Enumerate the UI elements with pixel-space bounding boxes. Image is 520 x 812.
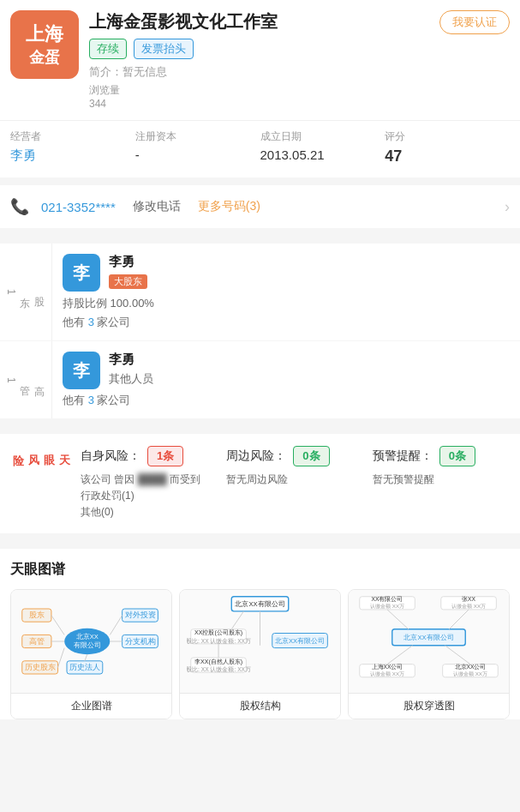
logo-text-line2: 金蛋 [29,47,60,68]
browse-count-row: 浏览量 344 [89,83,510,110]
warn-risk-col: 预警提醒： 0条 暂无预警提醒 [373,446,510,488]
renzhi-button[interactable]: 我要认证 [439,10,510,34]
label-gudong: 股东 [29,611,45,619]
shareholder-side-tag: 股东1 [0,244,52,340]
divider-2 [0,418,520,427]
graph-card-footer-1[interactable]: 企业图谱 [11,693,171,719]
pen-top-left-label-1: XX有限公司 [372,595,403,601]
pen-line-3 [387,645,412,664]
intro-label: 简介： [89,65,123,78]
capital-label: 注册资本 [135,129,176,144]
company-logo: 上海 金蛋 [10,10,79,79]
risk-section: 天眼风险 自身风险： 1条 该公司 曾因 ████ 而受到 行政处罚(1) 其他… [0,434,520,533]
label-lishi: 历史股东 [25,663,56,671]
score-col: 评分 47 [385,129,510,165]
label-lishifaren: 历史法人 [69,663,100,671]
badge-row: 存续 发票抬头 [89,39,510,59]
label-fenzhi: 分支机构 [125,636,156,645]
divider-1 [0,228,520,237]
chevron-right-icon: › [505,198,510,216]
score-label: 评分 [385,129,405,144]
neighbor-risk-detail: 暂无周边风险 [226,472,363,488]
label-gaoguan: 高管 [29,636,45,645]
line-6 [85,654,87,661]
neighbor-risk-count: 0条 [293,446,329,466]
pen-bot-right-label-2: 认缴金额 XX万 [453,670,487,676]
meta-row: 经营者 李勇 注册资本 - 成立日期 2013.05.21 评分 47 [0,120,520,177]
self-risk-count: 1条 [147,446,183,466]
self-detail-2: 而受到 [170,473,200,485]
pen-bot-left-label-1: 上海XX公司 [372,664,403,670]
manager-header: 李 李勇 其他人员 [63,352,510,389]
equity-graph-svg: 北京XX有限公司 XX控股(公司股东) 股比: XX 认缴金额: XX万 北京X… [187,592,333,690]
line-4 [110,615,122,635]
date-col: 成立日期 2013.05.21 [260,129,386,165]
manager-label: 高管1 [5,377,46,383]
tianyan-label: 天眼风险 [10,446,72,448]
shareholder-company-suffix: 家公司 [97,316,130,328]
intro-value: 暂无信息 [123,65,167,78]
shareholder-header: 李 李勇 大股东 [63,254,510,292]
neighbor-risk-label: 周边风险： [226,448,286,464]
tianyan-text: 天眼风险 [10,446,72,448]
manager-avatar[interactable]: 李 [63,352,100,389]
center-label-1: 北京XX [76,633,99,641]
pen-center-label: 北京XX有限公司 [403,634,453,641]
risk-cols: 自身风险： 1条 该公司 曾因 ████ 而受到 行政处罚(1) 其他(0) 周… [81,446,510,521]
self-risk-header: 自身风险： 1条 [81,446,218,466]
graph-card-inner-3: XX有限公司 认缴金额 XX万 张XX 认缴金额 XX万 北京XX有限公司 上海… [349,590,509,693]
phone-more-button[interactable]: 更多号码(3) [198,199,260,214]
company-header: 上海 金蛋 上海金蛋影视文化工作室 存续 发票抬头 简介：暂无信息 浏览量 34… [0,0,520,120]
enterprise-graph-svg: 北京XX 有限公司 股东 高管 历史股东 对外投资 [18,592,164,690]
graph-section: 天眼图谱 北京XX 有限公司 股东 高管 历史股东 [0,549,520,719]
divider-3 [0,533,520,542]
graph-card-footer-2[interactable]: 股权结构 [180,693,340,719]
manager-company-suffix: 家公司 [97,394,130,406]
capital-col: 注册资本 - [135,129,260,165]
manager-group: 高管1 李 李勇 其他人员 他有 3 家公司 [0,341,520,418]
phone-number[interactable]: 021-3352**** [41,200,116,214]
operator-label: 经营者 [10,129,41,144]
manager-role: 其他人员 [109,371,510,387]
pen-bot-right-label-1: 北京XX公司 [455,664,487,670]
manager-name[interactable]: 李勇 [109,352,510,368]
line-3 [58,647,65,667]
warn-risk-label: 预警提醒： [373,448,433,464]
eq-mid-left-label-2: 股比: XX 认缴金额: XX万 [187,637,251,644]
pen-top-right-label-2: 认缴金额 XX万 [451,603,486,609]
self-detail-blurred: ████ [138,472,167,488]
center-label-2: 有限公司 [74,641,101,648]
invoice-badge[interactable]: 发票抬头 [134,39,194,59]
company-intro: 简介：暂无信息 [89,64,510,80]
manager-company-label: 他有 [63,394,85,406]
operator-value[interactable]: 李勇 [10,147,36,164]
shareholder-group: 股东1 李 李勇 大股东 持股比例 100.00% 他有 3 家公司 [0,244,520,340]
pen-line-4 [445,645,470,664]
shareholder-info: 李勇 大股东 [109,254,510,292]
manager-info: 李勇 其他人员 [109,352,510,387]
graph-card-equity[interactable]: 北京XX有限公司 XX控股(公司股东) 股比: XX 认缴金额: XX万 北京X… [179,589,341,719]
eq-mid-left-label-1: XX控股(公司股东) [194,629,242,636]
operator-col: 经营者 李勇 [10,129,135,165]
shareholder-label: 股东1 [5,289,46,295]
manager-content: 李 李勇 其他人员 他有 3 家公司 [52,341,520,418]
phone-edit-button[interactable]: 修改电话 [133,199,181,214]
shareholder-name[interactable]: 李勇 [109,254,510,270]
manager-companies: 他有 3 家公司 [63,393,510,408]
neighbor-risk-header: 周边风险： 0条 [226,446,363,466]
shareholder-ratio: 持股比例 100.00% [63,296,510,311]
shareholder-company-label: 他有 [63,316,85,328]
self-risk-col: 自身风险： 1条 该公司 曾因 ████ 而受到 行政处罚(1) 其他(0) [81,446,218,521]
pen-line-2 [449,610,469,629]
graph-card-footer-3[interactable]: 股权穿透图 [349,693,509,719]
eq-line-1 [231,611,243,629]
phone-icon: 📞 [10,197,29,216]
penetration-graph-svg: XX有限公司 认缴金额 XX万 张XX 认缴金额 XX万 北京XX有限公司 上海… [356,592,502,690]
line-1 [51,615,64,635]
graph-card-penetration[interactable]: XX有限公司 认缴金额 XX万 张XX 认缴金额 XX万 北京XX有限公司 上海… [348,589,510,719]
eq-top-label: 北京XX有限公司 [235,600,284,608]
graph-card-enterprise[interactable]: 北京XX 有限公司 股东 高管 历史股东 对外投资 [10,589,172,719]
shareholder-avatar[interactable]: 李 [63,254,100,292]
date-value: 2013.05.21 [260,147,325,162]
shareholder-tag: 大股东 [109,274,147,289]
